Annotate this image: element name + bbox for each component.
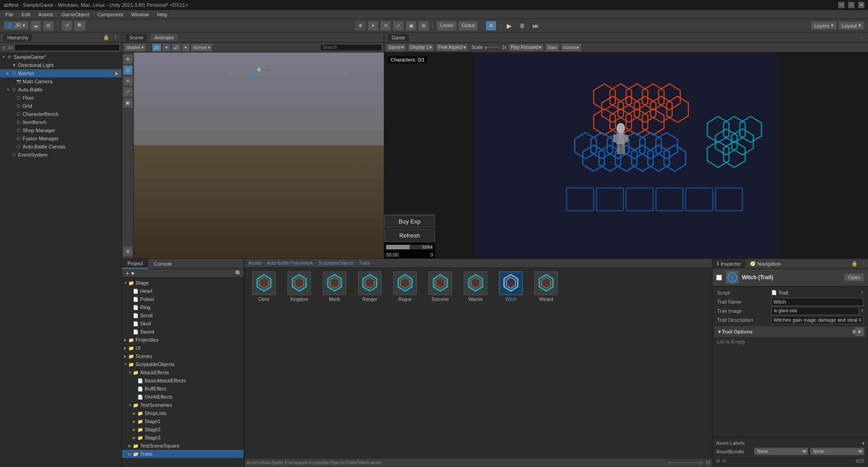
inspector-open-btn[interactable]: Open (844, 273, 864, 281)
layout-dropdown[interactable]: Layout ▾ (839, 21, 864, 30)
scene-hand-btn[interactable]: ✥ (123, 54, 133, 64)
maximize-btn[interactable]: □ (848, 2, 854, 8)
hierarchy-item-charbench[interactable]: ⬡ CharacterBench (0, 110, 122, 118)
hierarchy-search-input[interactable] (14, 44, 120, 51)
project-add-btn[interactable]: + ▾ (124, 270, 136, 277)
scene-light-btn[interactable]: ☀ (162, 43, 170, 52)
close-btn[interactable]: ✕ (858, 2, 864, 8)
hierarchy-item-itembench[interactable]: ⬡ ItemBench (0, 118, 122, 126)
shaded-dropdown[interactable]: Shaded ▾ (124, 43, 146, 52)
hand-tool-btn[interactable]: ✥ (355, 21, 366, 31)
cloud-btn[interactable]: ☁ (30, 21, 41, 31)
hierarchy-item-fusionmanager[interactable]: ⬡ Fusion Manager (0, 134, 122, 143)
hierarchy-item-grid[interactable]: ⬡ Grid (0, 102, 122, 110)
asset-item-sorcerer[interactable]: Sorcerer (425, 272, 456, 302)
hierarchy-lock-icon[interactable]: 🔒 (103, 34, 109, 40)
scene-gizmos-btn[interactable]: Gizmos ▾ (191, 43, 212, 52)
stats-btn[interactable]: Stats (545, 43, 559, 52)
hierarchy-item-samplegame[interactable]: ▼ ⊙ SampleGame* (0, 53, 122, 61)
scene-tab[interactable]: Scene (126, 34, 147, 41)
menu-assets[interactable]: Assets (35, 11, 57, 18)
project-search-icon[interactable]: 🔍 (235, 270, 242, 276)
aspect-dropdown[interactable]: Free Aspect ▾ (436, 44, 467, 51)
file-item-potion[interactable]: 📄 Potion (122, 295, 244, 303)
file-item-testscenesquare[interactable]: ▶ 📁 TestSceneSquare (122, 442, 244, 450)
file-item-stage2[interactable]: ▶ 📁 Stage2 (122, 425, 244, 434)
snap-btn[interactable]: ⊞ (486, 21, 496, 31)
scene-audio-btn[interactable]: 🔊 (171, 43, 181, 52)
trait-options-add-btn[interactable]: + (855, 328, 863, 336)
gizmos-btn[interactable]: Gizmos ▾ (561, 43, 582, 52)
hierarchy-item-directionallight[interactable]: ☀ Directional Light (0, 61, 122, 69)
file-item-ui[interactable]: ▶ 📁 UI (122, 344, 244, 352)
asset-item-witch[interactable]: Witch (495, 272, 527, 302)
hierarchy-item-autobattle[interactable]: ▼ ⬡ Auto-Battle (0, 86, 122, 94)
hierarchy-tab[interactable]: Hierarchy (4, 34, 32, 41)
menu-gameobject[interactable]: GameObject (58, 11, 93, 18)
hierarchy-item-maincamera[interactable]: 📷 Main Camera (0, 77, 122, 86)
file-item-sword[interactable]: 📄 Sword (122, 328, 244, 336)
file-item-scriptableobjects[interactable]: ▼ 📁 ScriptableObjects (122, 360, 244, 368)
minimize-btn[interactable]: ─ (838, 2, 844, 8)
traitimage-link-icon[interactable]: ↗ (860, 308, 863, 313)
scale-tool-btn[interactable]: ⤢ (393, 21, 404, 31)
hierarchy-item-floor[interactable]: ⬡ Floor (0, 94, 122, 102)
menu-window[interactable]: Window (127, 11, 152, 18)
search-btn[interactable]: 🔍 (74, 21, 86, 31)
pause-btn[interactable]: ⏸ (516, 21, 528, 30)
scene-frame-btn[interactable]: ⊡ (123, 65, 133, 75)
game-tab[interactable]: Game (388, 34, 409, 41)
inspector-menu-icon[interactable]: ⋮ (859, 261, 868, 267)
scene-search-input[interactable] (320, 44, 382, 51)
move-tool-btn[interactable]: ✦ (368, 21, 378, 31)
rotate-tool-btn[interactable]: ⟲ (380, 21, 391, 31)
global-btn[interactable]: Global (458, 21, 478, 31)
scene-rect-btn[interactable]: ▣ (123, 98, 133, 108)
inspector-refresh-icon[interactable]: ↺ (722, 458, 726, 463)
traitimage-field[interactable]: ⊛ glare-star (771, 307, 859, 315)
inspector-lock-icon[interactable]: 🔒 (849, 261, 859, 267)
asset-item-rogue[interactable]: Rogue (389, 272, 421, 302)
scene-fx-btn[interactable]: ✦ (182, 43, 190, 52)
navigation-tab[interactable]: 🧭 Navigation (745, 259, 785, 269)
traitname-field[interactable] (771, 298, 863, 306)
asset-item-warrior-trait[interactable]: Warrior (460, 272, 491, 302)
transform-tool-btn[interactable]: ⊞ (418, 21, 429, 31)
breadcrumb-scriptableobjects[interactable]: ScriptableObjects (318, 261, 354, 266)
asset-item-cleric[interactable]: {} Cleric (248, 272, 280, 302)
file-item-basicattack[interactable]: 📄 BasicAttackEffects (122, 376, 244, 385)
console-tab[interactable]: Console (148, 259, 177, 269)
file-item-shoplists[interactable]: ▶ 📁 ShopLists (122, 409, 244, 417)
file-item-skull[interactable]: 📄 Skull (122, 319, 244, 328)
scene-settings-btn[interactable]: ⚙ (123, 247, 133, 257)
file-item-onhiteffects[interactable]: 📄 OnHitEffects (122, 393, 244, 401)
asset-item-wizard[interactable]: Wizard (530, 272, 562, 302)
file-item-stage3[interactable]: ▶ 📁 Stage3 (122, 434, 244, 442)
asset-item-monk[interactable]: Monk (319, 272, 350, 302)
animator-tab[interactable]: Animator (151, 34, 178, 41)
hierarchy-menu-icon[interactable]: ⋮ (113, 34, 118, 40)
hierarchy-item-canvas[interactable]: ⬡ Auto-Battle Canvas (0, 143, 122, 151)
scene-rotate-btn[interactable]: ⟲ (123, 76, 133, 86)
inspector-tab[interactable]: ℹ Inspector (712, 259, 745, 269)
account-dropdown[interactable]: 👤 JR ▾ (4, 21, 28, 30)
file-item-scroll[interactable]: 📄 Scroll (122, 311, 244, 319)
warrior-expand-icon[interactable]: ▶ (113, 70, 120, 76)
scene-menu-icon[interactable]: ⋮ (375, 34, 380, 40)
hierarchy-item-warrior[interactable]: ▶ ⬡ Warrior ▶ (0, 69, 122, 77)
file-item-stage[interactable]: ▼ 📁 Stage (122, 279, 244, 287)
asset-labels-expand-icon[interactable]: ▾ (862, 441, 864, 446)
asset-bundle-dropdown[interactable]: None (754, 448, 808, 455)
file-item-testscenehex[interactable]: ▼ 📁 TestSceneHex (122, 401, 244, 409)
scene-scale-btn[interactable]: ⤢ (123, 87, 133, 97)
refresh-btn[interactable]: Refresh (384, 229, 435, 242)
menu-component[interactable]: Component (94, 11, 127, 18)
file-item-ring[interactable]: 📄 Ring (122, 303, 244, 311)
hierarchy-item-shopmanager[interactable]: ⬡ Shop Manager (0, 126, 122, 134)
menu-help[interactable]: Help (153, 11, 171, 18)
pivot-btn[interactable]: Center (437, 21, 457, 31)
menu-file[interactable]: File (2, 11, 17, 18)
asset-bundle-variant-dropdown[interactable]: None (810, 448, 864, 455)
file-item-heart[interactable]: 📄 Heart (122, 287, 244, 295)
game-menu-icon[interactable]: ⋮ (859, 34, 864, 40)
